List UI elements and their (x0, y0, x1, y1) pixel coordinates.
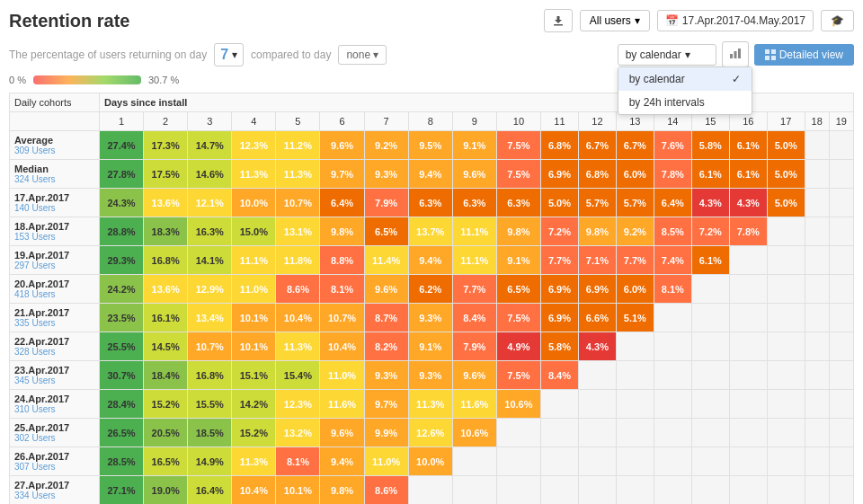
retention-cell (616, 476, 654, 505)
table-row: 22.Apr.2017328 Users25.5%14.5%10.7%10.1%… (10, 332, 854, 361)
detailed-view-button[interactable]: Detailed view (754, 44, 854, 66)
retention-cell: 7.5% (496, 160, 540, 189)
day-col-8: 8 (408, 112, 452, 131)
compare-selector[interactable]: none ▾ (338, 45, 387, 65)
download-icon (552, 14, 565, 27)
retention-cell: 9.1% (452, 131, 496, 160)
day-chevron-icon: ▾ (232, 49, 237, 61)
retention-cell (616, 447, 654, 476)
calendar-dropdown[interactable]: by calendar ▾ (618, 44, 716, 66)
chevron-down-icon: ▾ (635, 14, 640, 27)
retention-cell (805, 304, 829, 332)
retention-cell: 10.1% (232, 304, 276, 332)
retention-cell: 4.3% (578, 332, 616, 361)
retention-cell (654, 332, 691, 361)
table-row: 18.Apr.2017153 Users28.8%18.3%16.3%15.0%… (10, 217, 854, 246)
retention-cell (805, 390, 829, 419)
grad-button[interactable]: 🎓 (821, 10, 854, 31)
retention-cell: 16.8% (188, 361, 232, 390)
retention-cell: 17.5% (144, 160, 188, 189)
retention-cell (767, 246, 805, 275)
retention-cell: 8.4% (540, 361, 578, 390)
retention-cell: 6.7% (578, 131, 616, 160)
retention-cell: 5.7% (616, 189, 654, 217)
by-24h-label: by 24h intervals (629, 96, 705, 109)
retention-cell (805, 476, 829, 505)
svg-rect-0 (554, 24, 563, 26)
retention-cell: 7.2% (540, 217, 578, 246)
day-col-1: 1 (100, 112, 144, 131)
cohort-cell: 22.Apr.2017328 Users (10, 332, 100, 361)
retention-cell: 8.1% (320, 275, 364, 304)
download-button[interactable] (544, 9, 573, 32)
retention-cell: 10.4% (232, 476, 276, 505)
all-users-button[interactable]: All users ▾ (580, 10, 650, 31)
dropdown-by-24h[interactable]: by 24h intervals (618, 91, 752, 114)
retention-cell: 10.0% (232, 189, 276, 217)
bar-chart-button[interactable] (722, 41, 749, 67)
retention-cell: 6.8% (540, 131, 578, 160)
retention-cell: 8.6% (276, 275, 320, 304)
retention-cell: 27.8% (100, 160, 144, 189)
retention-cell: 24.3% (100, 189, 144, 217)
svg-rect-7 (771, 56, 776, 60)
retention-cell (729, 419, 767, 447)
retention-cell (729, 275, 767, 304)
retention-cell (829, 361, 853, 390)
retention-cell: 10.0% (408, 447, 452, 476)
retention-cell: 5.8% (691, 131, 729, 160)
date-range-button[interactable]: 📅 17.Apr.2017-04.May.2017 (657, 10, 814, 31)
day-col-7: 7 (364, 112, 408, 131)
cohort-cell: 23.Apr.2017345 Users (10, 361, 100, 390)
compare-value: none (346, 49, 370, 61)
retention-cell (654, 390, 691, 419)
dropdown-by-calendar[interactable]: by calendar ✓ (618, 67, 752, 91)
retention-cell (691, 275, 729, 304)
day-col-12: 12 (578, 112, 616, 131)
retention-cell: 14.7% (188, 131, 232, 160)
retention-cell: 6.7% (616, 131, 654, 160)
day-selector[interactable]: 7 ▾ (214, 43, 244, 66)
retention-cell: 6.1% (729, 160, 767, 189)
retention-cell: 7.5% (496, 304, 540, 332)
retention-cell: 9.1% (496, 246, 540, 275)
retention-cell (805, 361, 829, 390)
retention-cell: 13.1% (276, 217, 320, 246)
retention-cell (654, 476, 691, 505)
retention-cell (805, 131, 829, 160)
retention-cell: 9.6% (364, 275, 408, 304)
retention-cell (805, 332, 829, 361)
retention-cell: 18.4% (144, 361, 188, 390)
retention-cell: 4.3% (691, 189, 729, 217)
retention-cell: 11.3% (276, 332, 320, 361)
retention-cell (578, 419, 616, 447)
retention-cell: 30.7% (100, 361, 144, 390)
retention-cell: 10.7% (188, 332, 232, 361)
retention-cell: 11.1% (232, 246, 276, 275)
retention-cell: 10.7% (276, 189, 320, 217)
retention-cell: 6.0% (616, 275, 654, 304)
retention-cell: 28.5% (100, 447, 144, 476)
retention-cell: 9.4% (408, 160, 452, 189)
calendar-dropdown-label: by calendar (626, 49, 681, 61)
retention-cell: 24.2% (100, 275, 144, 304)
retention-cell: 6.3% (452, 189, 496, 217)
retention-cell: 9.6% (320, 419, 364, 447)
retention-cell (829, 419, 853, 447)
retention-cell: 15.5% (188, 390, 232, 419)
cohort-cell: 19.Apr.2017297 Users (10, 246, 100, 275)
retention-cell: 9.8% (320, 217, 364, 246)
retention-cell (691, 419, 729, 447)
retention-cell: 15.1% (232, 361, 276, 390)
retention-cell: 12.1% (188, 189, 232, 217)
retention-cell: 9.8% (496, 217, 540, 246)
retention-cell (578, 447, 616, 476)
retention-cell: 13.6% (144, 189, 188, 217)
svg-rect-4 (765, 49, 770, 54)
retention-cell: 18.5% (188, 419, 232, 447)
retention-cell: 9.6% (452, 160, 496, 189)
retention-cell: 7.7% (616, 246, 654, 275)
retention-cell: 10.1% (232, 332, 276, 361)
retention-cell (767, 217, 805, 246)
svg-rect-1 (730, 54, 733, 58)
